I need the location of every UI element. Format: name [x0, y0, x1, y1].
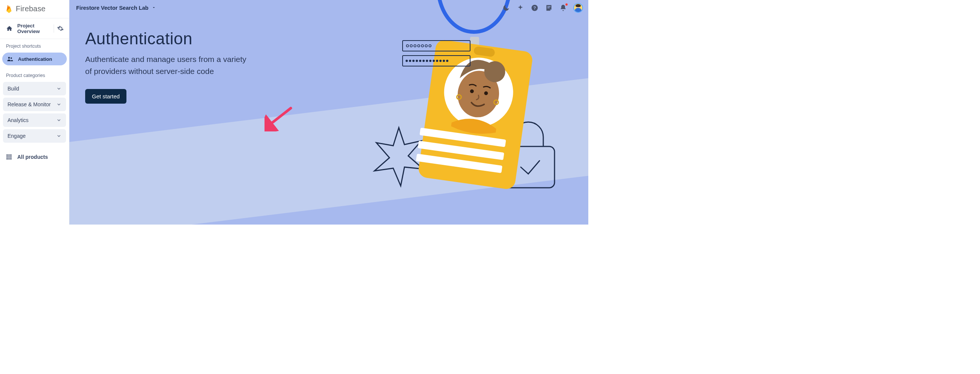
docs-button[interactable]	[545, 4, 553, 12]
grid-icon	[6, 154, 12, 160]
page-subtitle: Authenticate and manage users from a var…	[85, 53, 250, 77]
svg-rect-9	[8, 158, 10, 159]
svg-point-1	[11, 58, 12, 59]
topbar-actions: ?	[502, 3, 583, 13]
project-name: Firestore Vector Search Lab	[76, 5, 149, 11]
project-overview-button[interactable]: Project Overview	[2, 18, 54, 39]
caret-down-icon	[151, 5, 156, 11]
svg-rect-4	[10, 154, 11, 155]
firebase-wordmark: Firebase	[16, 5, 45, 13]
svg-rect-10	[10, 158, 11, 159]
moon-icon	[503, 4, 510, 12]
sidebar-item-label: Authentication	[18, 56, 52, 62]
category-label: Engage	[8, 133, 25, 139]
svg-rect-5	[6, 156, 8, 157]
shortcuts-section-label: Project shortcuts	[0, 39, 69, 52]
category-engage[interactable]: Engage	[3, 129, 66, 143]
chevron-down-icon	[56, 86, 62, 91]
help-icon: ?	[531, 4, 538, 12]
categories-section-label: Product categories	[0, 68, 69, 81]
category-list: Build Release & Monitor Analytics Engage	[0, 81, 69, 146]
sidebar-item-authentication[interactable]: Authentication	[2, 53, 67, 66]
dark-mode-button[interactable]	[502, 4, 510, 12]
all-products-button[interactable]: All products	[0, 147, 69, 167]
chevron-down-icon	[56, 118, 62, 123]
project-settings-button[interactable]	[54, 21, 67, 36]
get-started-button[interactable]: Get started	[85, 89, 126, 104]
main-content: Firestore Vector Search Lab ?	[69, 0, 588, 225]
gear-icon	[57, 25, 64, 32]
sparkle-button[interactable]	[516, 4, 525, 12]
category-label: Analytics	[8, 117, 29, 123]
svg-rect-6	[8, 156, 10, 157]
category-analytics[interactable]: Analytics	[3, 113, 66, 127]
svg-text:?: ?	[533, 5, 536, 10]
note-icon	[545, 4, 553, 12]
svg-rect-7	[10, 156, 11, 157]
all-products-label: All products	[17, 154, 48, 160]
firebase-flame-icon	[5, 4, 13, 13]
sparkle-icon	[517, 4, 524, 12]
svg-point-0	[8, 57, 10, 59]
user-avatar[interactable]	[573, 3, 583, 13]
page-title: Authentication	[85, 29, 276, 48]
svg-rect-13	[547, 6, 550, 7]
svg-rect-3	[8, 154, 10, 155]
sidebar: Firebase Project Overview Project shortc…	[0, 0, 69, 225]
firebase-logo[interactable]: Firebase	[0, 0, 69, 18]
chevron-down-icon	[56, 133, 62, 139]
category-label: Release & Monitor	[8, 101, 51, 107]
category-release-monitor[interactable]: Release & Monitor	[3, 97, 66, 111]
topbar: Firestore Vector Search Lab ?	[69, 0, 588, 14]
hero-content: Authentication Authenticate and manage u…	[69, 14, 280, 107]
category-build[interactable]: Build	[3, 82, 66, 95]
svg-rect-8	[6, 158, 8, 159]
svg-rect-14	[547, 8, 550, 8]
notifications-button[interactable]	[559, 4, 567, 12]
home-icon	[6, 25, 13, 32]
project-overview-row: Project Overview	[0, 18, 69, 39]
category-label: Build	[8, 86, 19, 92]
notification-dot	[565, 3, 568, 6]
help-button[interactable]: ?	[531, 4, 539, 12]
project-overview-label: Project Overview	[17, 23, 50, 34]
svg-rect-2	[6, 154, 8, 155]
project-dropdown[interactable]: Firestore Vector Search Lab	[76, 5, 156, 11]
people-icon	[7, 56, 14, 62]
chevron-down-icon	[56, 102, 62, 107]
